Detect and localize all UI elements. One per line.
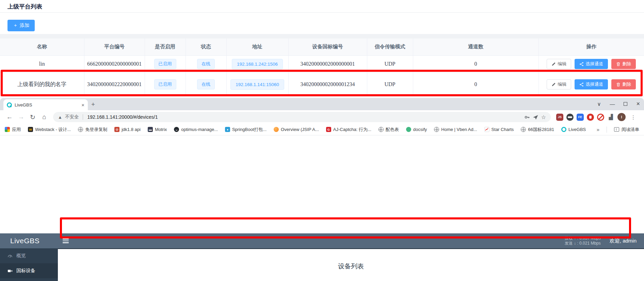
col-channels: 通道数 (413, 38, 538, 55)
github-icon: ᴗ (174, 127, 179, 132)
network-stats: 接收 ↑ : 0.037 Mbps 发送 ↓ : 0.021 Mbps (565, 236, 601, 246)
bookmark-vben[interactable]: Home | Vben Ad... (434, 127, 477, 132)
bookmark-star-charts[interactable]: Star Charts (484, 127, 514, 132)
password-key-icon[interactable] (524, 114, 530, 120)
profile-avatar[interactable]: I (617, 113, 626, 121)
bookmark-overview-jsip[interactable]: Overview (JSIP A... (274, 127, 319, 132)
welcome-user[interactable]: 欢迎, admin (610, 238, 637, 244)
bookmark-optimus[interactable]: ᴗoptimus-manage... (174, 127, 218, 132)
platform-id: 34020000002220000001 (84, 72, 145, 96)
status-badge: 在线 (197, 59, 215, 69)
delete-button[interactable]: 删除 (611, 79, 636, 89)
col-status: 状态 (186, 38, 226, 55)
device-gb-id: 34020000002000001234 (288, 72, 367, 96)
bookmark-springboot[interactable]: ♦SpringBoot打包... (225, 127, 267, 133)
aj-captcha-icon: G (326, 127, 331, 132)
bookmark-color-table[interactable]: 配色表 (379, 127, 399, 133)
forward-button[interactable]: → (16, 113, 26, 121)
status-badge: 在线 (197, 79, 215, 89)
browser-menu-icon[interactable]: ⋮ (629, 116, 638, 118)
app-header: LiveGBS 接收 ↑ : 0.037 Mbps 发送 ↓ : 0.021 M… (0, 233, 644, 248)
browser-toolbar: ← → ↻ ⌂ ▲ 不安全 192.168.1.141:20000/#/devi… (0, 110, 644, 124)
sidebar-item-gb-devices[interactable]: 国标设备 (0, 263, 58, 278)
bookmark-apps[interactable]: 应用 (5, 127, 21, 133)
home-button[interactable]: ⌂ (39, 113, 49, 121)
bookmark-copy[interactable]: 免登录复制 (78, 127, 107, 133)
hamburger-menu-icon[interactable] (63, 238, 69, 243)
panel-title: 上级平台列表 (7, 3, 42, 11)
select-channel-button[interactable]: 选择通道 (575, 59, 608, 69)
livegbs-app: LiveGBS 接收 ↑ : 0.037 Mbps 发送 ↓ : 0.021 M… (0, 233, 644, 281)
pencil-icon (551, 62, 556, 66)
globe-icon (379, 127, 384, 132)
bookmark-jdk-api[interactable]: Ojdk1.8 api (114, 127, 141, 132)
security-label[interactable]: 不安全 (65, 114, 79, 120)
enabled-badge[interactable]: 已启用 (154, 59, 176, 69)
gauge-icon (7, 253, 13, 259)
app-logo[interactable]: LiveGBS (0, 237, 58, 245)
sidebar-item-overview[interactable]: 概览 (0, 248, 58, 263)
bookmark-star-icon[interactable]: ☆ (541, 114, 546, 120)
channel-count: 0 (413, 72, 538, 96)
bookmark-docsify[interactable]: docsify (406, 127, 427, 132)
sidebar-item-split-screen[interactable]: 分屏展示 (0, 278, 58, 281)
add-button[interactable]: ＋ 添加 (7, 20, 35, 31)
platform-panel: 上级平台列表 ＋ 添加 名称 平台编号 是否启用 状态 地址 设备国标编号 信令… (0, 0, 644, 98)
bookmark-gb28181[interactable]: 66国标28181 (521, 127, 554, 133)
bookmark-aj-captcha[interactable]: GAJ-Captcha: 行为... (326, 127, 371, 133)
close-window-button[interactable]: × (636, 101, 640, 107)
divider (83, 114, 83, 120)
extension-fe-icon[interactable]: FE (577, 114, 584, 121)
address-badge[interactable]: 192.168.1.242:1506 (232, 59, 283, 69)
maximize-button[interactable] (624, 102, 627, 106)
extension-camera-block-icon[interactable] (597, 114, 604, 121)
channel-count: 0 (413, 55, 538, 72)
browser-window: LiveGBS × + ∨ — × ← → ↻ ⌂ ▲ 不安全 192.168.… (0, 98, 644, 281)
edit-button[interactable]: 编辑 (547, 59, 571, 69)
bookmark-livegbs[interactable]: LiveGBS (561, 127, 586, 132)
bookmark-webstack[interactable]: WWebstack - 设计... (28, 127, 71, 133)
enabled-badge[interactable]: 已启用 (154, 79, 176, 89)
oracle-icon: O (114, 127, 119, 132)
up-arrow-icon: ↑ (574, 236, 576, 241)
back-button[interactable]: ← (5, 113, 14, 121)
tab-close-icon[interactable]: × (81, 102, 84, 108)
divider (0, 12, 644, 13)
address-bar[interactable]: ▲ 不安全 192.168.1.141:20000/#/devices/1 ☆ (53, 112, 551, 122)
extension-js-icon[interactable]: JS (556, 114, 563, 121)
livegbs-favicon-icon (561, 127, 566, 132)
col-platform-id: 平台编号 (84, 38, 145, 55)
url-text[interactable]: 192.168.1.141:20000/#/devices/1 (87, 114, 521, 120)
select-channel-button[interactable]: 选择通道 (575, 79, 608, 89)
col-name: 名称 (0, 38, 84, 55)
minimize-button[interactable]: — (610, 101, 615, 106)
bookmarks-overflow-chevron[interactable]: » (597, 127, 599, 132)
address-badge[interactable]: 192.168.1.141:15060 (230, 79, 284, 90)
extensions-area: JS FE ▟ I ⋮ (555, 113, 639, 121)
extension-blocker-icon[interactable] (587, 114, 594, 121)
trash-icon (616, 62, 621, 66)
extensions-puzzle-icon[interactable]: ▟ (607, 114, 614, 121)
reading-list-button[interactable]: 阅读清单 (614, 127, 639, 133)
send-value: 0.021 Mbps (579, 241, 601, 246)
transport-mode: UDP (367, 55, 413, 72)
platform-name: lin (0, 55, 84, 72)
webstack-icon: W (28, 127, 33, 132)
recv-value: 0.037 Mbps (579, 236, 601, 241)
col-device-gb-id: 设备国标编号 (288, 38, 367, 55)
new-tab-button[interactable]: + (91, 101, 95, 108)
pencil-icon (551, 82, 556, 87)
delete-button[interactable]: 删除 (611, 59, 636, 69)
globe-icon (78, 127, 83, 132)
platform-table: 名称 平台编号 是否启用 状态 地址 设备国标编号 信令传输模式 通道数 操作 … (0, 38, 644, 97)
send-to-device-icon[interactable] (533, 114, 538, 120)
video-camera-icon (7, 268, 13, 274)
bookmark-motrix[interactable]: ▬Motrix (148, 127, 167, 132)
col-address: 地址 (226, 38, 288, 55)
window-menu-chevron-icon[interactable]: ∨ (597, 101, 601, 106)
bookmarks-bar: 应用 WWebstack - 设计... 免登录复制 Ojdk1.8 api ▬… (0, 124, 644, 135)
extension-incognito-icon[interactable] (566, 114, 574, 121)
edit-button[interactable]: 编辑 (547, 79, 571, 89)
reload-button[interactable]: ↻ (28, 113, 37, 121)
tab-livegbs[interactable]: LiveGBS × (3, 99, 88, 110)
